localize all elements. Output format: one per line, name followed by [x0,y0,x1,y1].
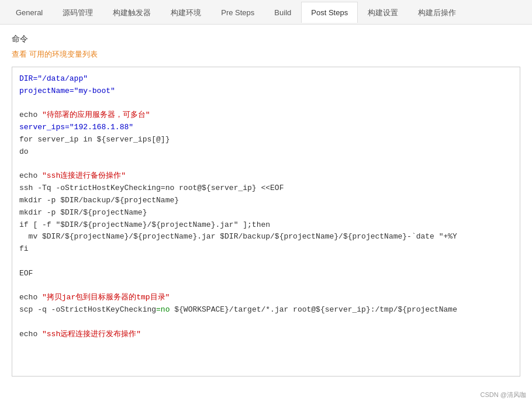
code-line-18 [19,280,513,292]
tab-source[interactable]: 源码管理 [53,1,103,24]
code-editor[interactable]: DIR="/data/app" projectName="my-boot" ec… [12,67,520,377]
code-line-16 [19,255,513,268]
code-line-15: fi [19,243,513,255]
tab-build[interactable]: Build [264,2,301,23]
main-content: 命令 查看 可用的环境变量列表 DIR="/data/app" projectN… [0,25,532,386]
code-line-17: EOF [19,268,513,280]
section-label: 命令 [12,34,520,44]
env-variables-link[interactable]: 查看 可用的环境变量列表 [12,49,98,60]
code-line-10: ssh -Tq -oStrictHostKeyChecking=no root@… [19,182,513,195]
tab-trigger[interactable]: 构建触发器 [103,1,161,24]
watermark: CSDN @清风咖 [481,391,526,399]
tab-post-steps[interactable]: Post Steps [301,2,358,23]
code-line-20: scp -q -oStrictHostKeyChecking=no ${WORK… [19,304,513,316]
code-line-5: server_ips="192.168.1.88" [19,122,513,134]
code-line-11: mkdir -p $DIR/backup/${projectName} [19,195,513,207]
code-line-21 [19,316,513,329]
code-line-7: do [19,146,513,158]
code-line-22: echo "ssh远程连接进行发布操作" [19,329,513,341]
code-line-6: for server_ip in ${server_ips[@]} [19,134,513,146]
nav-tabs: General 源码管理 构建触发器 构建环境 Pre Steps Build … [0,0,532,25]
code-line-19: echo "拷贝jar包到目标服务器的tmp目录" [19,292,513,304]
code-line-13: if [ -f "$DIR/${projectName}/${projectNa… [19,219,513,232]
code-line-8 [19,158,513,171]
code-line-12: mkdir -p $DIR/${projectName} [19,207,513,219]
code-line-4: echo "待部署的应用服务器，可多台" [19,109,513,122]
code-line-3 [19,98,513,110]
tab-env[interactable]: 构建环境 [161,1,211,24]
tab-settings[interactable]: 构建设置 [358,1,408,24]
code-line-2: projectName="my-boot" [19,85,513,98]
code-line-1: DIR="/data/app" [19,73,513,85]
code-line-9: echo "ssh连接进行备份操作" [19,170,513,182]
tab-post-build[interactable]: 构建后操作 [408,1,466,24]
tab-general[interactable]: General [6,2,53,23]
tab-pre-steps[interactable]: Pre Steps [211,2,264,23]
code-line-14: mv $DIR/${projectName}/${projectName}.ja… [19,231,513,243]
